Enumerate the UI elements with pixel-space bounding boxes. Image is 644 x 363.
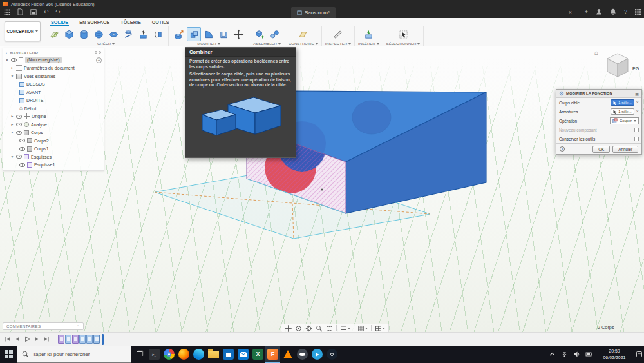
file-menu-icon[interactable] <box>17 8 23 15</box>
help-icon[interactable]: ? <box>624 9 627 15</box>
visibility-eye-icon[interactable] <box>19 163 25 167</box>
orbit-icon[interactable] <box>295 325 302 332</box>
tab-en-surface[interactable]: EN SURFACE <box>79 19 110 26</box>
cylinder-icon[interactable] <box>77 27 91 41</box>
construction-plane-icon[interactable] <box>296 27 310 41</box>
info-icon[interactable]: i <box>560 146 565 152</box>
box-icon[interactable] <box>62 27 76 41</box>
home-view-icon[interactable]: ⌂ <box>594 49 598 56</box>
caret-icon[interactable]: ▾ <box>10 131 14 135</box>
telegram-icon[interactable] <box>310 346 325 363</box>
tree-item-view-right[interactable]: DROITE <box>3 97 104 105</box>
revolve-icon[interactable] <box>151 27 165 41</box>
file-explorer-icon[interactable] <box>206 346 221 363</box>
move-copy-icon[interactable] <box>231 27 245 41</box>
dialog-header-icons[interactable]: ▣ <box>635 92 639 96</box>
timeline-section-feature[interactable] <box>93 335 100 344</box>
tree-item-document-settings[interactable]: ▸ Paramètres du document <box>3 64 104 73</box>
visibility-eye-icon[interactable] <box>19 147 25 151</box>
redo-icon[interactable]: ↪ <box>56 9 61 15</box>
pan-icon[interactable] <box>285 325 292 332</box>
tree-item-bodies[interactable]: ▾ Corps <box>3 129 104 137</box>
visibility-eye-icon[interactable] <box>19 139 25 142</box>
measure-icon[interactable] <box>331 27 345 41</box>
visibility-eye-icon[interactable] <box>16 123 22 126</box>
insert-icon[interactable] <box>361 27 375 41</box>
vlc-icon[interactable] <box>280 346 295 363</box>
visibility-eye-icon[interactable] <box>11 58 17 62</box>
group-construire-dropdown[interactable]: CONSTRUIRE <box>289 42 318 46</box>
tree-item-sketch1[interactable]: Esquisse1 <box>3 161 104 170</box>
timeline-skip-start-button[interactable] <box>5 336 11 342</box>
torus-icon[interactable] <box>106 27 120 41</box>
fillet-icon[interactable] <box>202 27 216 41</box>
group-creer-dropdown[interactable]: CRÉER <box>97 42 115 46</box>
extrude-icon[interactable] <box>136 27 150 41</box>
timeline-play-button[interactable] <box>24 336 30 342</box>
wifi-icon[interactable] <box>561 351 568 358</box>
group-inspecter-dropdown[interactable]: INSPECTER <box>325 42 351 46</box>
coil-icon[interactable] <box>121 27 135 41</box>
tree-item-body1[interactable]: Corps1 <box>3 145 104 153</box>
grid-snap-dropdown[interactable] <box>357 325 368 332</box>
tree-item-sketches[interactable]: ▾ Esquisses <box>3 153 104 161</box>
task-view-button[interactable] <box>131 346 147 363</box>
hidden-icons-chevron[interactable] <box>549 351 556 358</box>
timeline-step-back-button[interactable] <box>14 336 21 342</box>
timeline-sketch-feature[interactable] <box>58 335 64 344</box>
viewports-dropdown[interactable] <box>375 325 385 332</box>
caret-icon[interactable]: ▸ <box>10 115 14 119</box>
combine-icon[interactable] <box>187 27 201 41</box>
keep-tools-checkbox[interactable] <box>634 137 639 141</box>
timeline-cylinder-feature[interactable] <box>79 335 86 344</box>
group-modifier-dropdown[interactable]: MODIFIER <box>197 42 220 46</box>
tree-item-view-home[interactable]: ⌂ Début <box>3 104 104 113</box>
fusion360-app-icon[interactable]: F <box>265 346 280 363</box>
view-cube-icon[interactable] <box>603 51 632 79</box>
timeline-sketch-feature[interactable] <box>72 335 79 344</box>
tree-item-view-top[interactable]: DESSUS <box>3 81 104 89</box>
timeline-step-forward-button[interactable] <box>33 336 40 342</box>
create-sketch-icon[interactable] <box>47 27 61 41</box>
select-icon[interactable] <box>396 27 410 41</box>
user-account-icon[interactable] <box>596 8 602 15</box>
tree-item-root[interactable]: ▾ (Non enregistré) + <box>3 56 104 64</box>
firefox-icon[interactable] <box>176 346 191 363</box>
group-inserer-dropdown[interactable]: INSÉRER <box>358 42 379 46</box>
chevron-up-icon[interactable]: ⌃ <box>77 324 80 329</box>
ok-button[interactable]: OK <box>592 146 610 153</box>
sphere-icon[interactable] <box>91 27 106 41</box>
caret-icon[interactable]: ▸ <box>10 123 14 127</box>
fit-icon[interactable] <box>326 325 333 332</box>
excel-icon[interactable]: X <box>251 346 265 363</box>
clear-selection-icon[interactable]: × <box>636 109 639 114</box>
tool-bodies-selection-button[interactable]: 1 séle... <box>611 108 634 115</box>
visibility-eye-icon[interactable] <box>16 131 22 135</box>
joint-icon[interactable] <box>267 27 281 41</box>
timeline-combine-feature[interactable] <box>86 335 93 344</box>
tree-item-analysis[interactable]: ▸ Analyse <box>3 121 104 129</box>
visibility-eye-icon[interactable] <box>16 155 22 159</box>
edge-icon[interactable] <box>191 346 206 363</box>
operation-dropdown[interactable]: Couper <box>610 117 639 124</box>
chrome-icon[interactable] <box>162 346 176 363</box>
timeline-extrude-feature[interactable] <box>65 335 71 344</box>
view-cube[interactable]: ⌂ PG <box>594 48 643 84</box>
look-at-icon[interactable] <box>305 325 312 332</box>
browser-options-icon[interactable] <box>95 51 101 54</box>
cancel-button[interactable]: Annuler <box>612 146 638 153</box>
timeline-skip-end-button[interactable] <box>43 336 50 342</box>
undo-icon[interactable]: ↩ <box>44 9 49 15</box>
notifications-bell-icon[interactable] <box>610 8 616 15</box>
caret-icon[interactable]: ▾ <box>10 155 14 159</box>
zoom-icon[interactable] <box>316 325 323 332</box>
apps-grid-icon[interactable] <box>635 9 641 15</box>
target-body-selection-button[interactable]: 1 séle... <box>611 99 634 106</box>
app-grid-icon[interactable] <box>4 9 10 15</box>
action-center-icon[interactable] <box>636 351 643 358</box>
tab-close-icon[interactable]: × <box>569 10 572 15</box>
tree-item-body2[interactable]: Corps2 <box>3 137 104 145</box>
steam-icon[interactable] <box>325 346 339 363</box>
mail-icon[interactable] <box>236 346 251 363</box>
tab-solide[interactable]: SOLIDE <box>50 19 69 26</box>
